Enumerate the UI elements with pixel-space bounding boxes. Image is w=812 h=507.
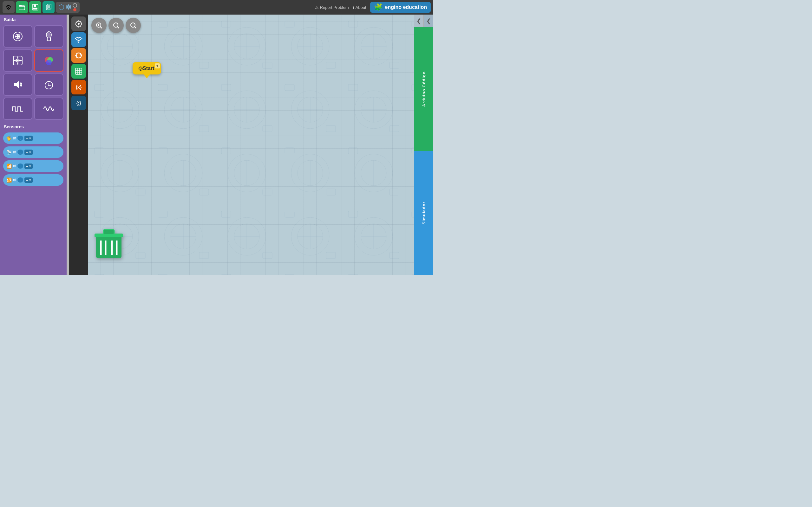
zoom-out-button[interactable] bbox=[125, 18, 141, 33]
svg-point-23 bbox=[17, 60, 18, 61]
block-rgb[interactable] bbox=[34, 49, 63, 72]
svg-rect-57 bbox=[96, 236, 121, 258]
svg-point-30 bbox=[46, 60, 52, 65]
mt-code-button[interactable]: {;} bbox=[71, 96, 86, 110]
start-plus-icon: + bbox=[155, 63, 160, 68]
main-layout: Saída bbox=[0, 14, 433, 275]
zoom-reset-button[interactable] bbox=[108, 18, 124, 33]
trash-button[interactable] bbox=[95, 228, 123, 266]
rotation-icon: 🔁 bbox=[6, 177, 12, 182]
sensors-section: 🖐 at ↓ -- ▾ 📡 at ↓ -- ▾ 📶 at ↓ -- ▾ 🔁 at… bbox=[0, 130, 67, 190]
sensor-at-3: at bbox=[13, 164, 16, 168]
svg-rect-0 bbox=[19, 6, 25, 10]
open-button[interactable] bbox=[16, 1, 28, 13]
report-problem-button[interactable]: ⚠ Report Problem bbox=[315, 5, 349, 10]
middle-toolbar: {x} {;} bbox=[69, 14, 88, 275]
sensor-down-1: ↓ bbox=[17, 135, 23, 141]
topbar-right: ⚠ Report Problem ℹ About 🧩 engino educat… bbox=[315, 2, 431, 13]
logo-text: engino education bbox=[385, 4, 427, 10]
svg-line-50 bbox=[100, 26, 102, 28]
right-arrow-left-1[interactable]: ❮ bbox=[414, 14, 424, 27]
bluetooth-button[interactable]: ⬡ bbox=[58, 3, 64, 11]
zoom-controls bbox=[91, 18, 141, 33]
about-button[interactable]: ℹ About bbox=[353, 5, 366, 10]
saida-title: Saída bbox=[0, 14, 67, 23]
sensor-down-3: ↓ bbox=[17, 164, 23, 169]
right-panel: ❮ ❮ Arduino Código Simulador bbox=[414, 14, 433, 275]
svg-marker-24 bbox=[17, 57, 19, 58]
panel-divider[interactable] bbox=[67, 14, 69, 275]
simulador-tab-label: Simulador bbox=[421, 202, 426, 225]
mt-settings-button[interactable] bbox=[71, 16, 86, 31]
svg-marker-31 bbox=[14, 81, 19, 89]
logo-icon: 🧩 bbox=[374, 3, 383, 11]
block-square-wave[interactable] bbox=[3, 98, 32, 120]
sensor-dd-1[interactable]: -- ▾ bbox=[24, 135, 33, 141]
sensor-dd-4[interactable]: -- ▾ bbox=[24, 177, 33, 183]
svg-marker-25 bbox=[17, 63, 19, 64]
svg-rect-1 bbox=[19, 5, 21, 6]
top-bar: ⚙ ⬡ ✽ bbox=[0, 0, 433, 14]
arduino-tab-label: Arduino Código bbox=[421, 71, 426, 107]
sensor-rfid[interactable]: 📡 at ↓ -- ▾ bbox=[3, 147, 63, 158]
block-joystick[interactable] bbox=[3, 49, 32, 72]
svg-point-11 bbox=[16, 35, 19, 38]
status-circle bbox=[72, 3, 77, 8]
status-dot-red bbox=[73, 8, 77, 11]
block-sine-wave[interactable] bbox=[34, 98, 63, 120]
sensor-rotation[interactable]: 🔁 at ↓ -- ▾ bbox=[3, 174, 63, 186]
sensor-dd-2[interactable]: -- ▾ bbox=[24, 150, 33, 155]
arduino-tab[interactable]: Arduino Código bbox=[414, 27, 433, 151]
svg-marker-41 bbox=[75, 54, 78, 57]
block-timer[interactable] bbox=[34, 73, 63, 96]
touch-icon: 🖐 bbox=[6, 135, 12, 141]
about-label: About bbox=[356, 5, 366, 10]
sensor-dd-3[interactable]: -- ▾ bbox=[24, 164, 33, 169]
sensor-touch[interactable]: 🖐 at ↓ -- ▾ bbox=[3, 132, 63, 144]
block-motor[interactable] bbox=[3, 25, 32, 48]
svg-line-53 bbox=[117, 26, 119, 28]
mt-table-button[interactable] bbox=[71, 64, 86, 78]
sensor-down-2: ↓ bbox=[17, 150, 23, 155]
zoom-in-button[interactable] bbox=[91, 18, 107, 33]
svg-marker-27 bbox=[20, 60, 21, 61]
logo-area: 🧩 engino education bbox=[370, 2, 431, 13]
svg-rect-3 bbox=[34, 4, 36, 7]
copy-button[interactable] bbox=[43, 1, 55, 13]
start-block[interactable]: + ◎Start bbox=[133, 62, 161, 74]
right-tabs: Arduino Código Simulador bbox=[414, 27, 433, 275]
mt-loop-button[interactable] bbox=[71, 48, 86, 63]
bluetooth-connected-icon: ✽ bbox=[66, 3, 71, 11]
save-button[interactable] bbox=[29, 1, 41, 13]
canvas-area[interactable]: + ◎Start bbox=[88, 14, 414, 275]
settings-button[interactable]: ⚙ bbox=[3, 1, 14, 13]
mt-wifi-button[interactable] bbox=[71, 32, 86, 47]
svg-point-14 bbox=[47, 32, 51, 38]
sensor-wifi[interactable]: 📶 at ↓ -- ▾ bbox=[3, 160, 63, 172]
simulador-tab[interactable]: Simulador bbox=[414, 151, 433, 275]
block-led[interactable] bbox=[34, 25, 63, 48]
topbar-left: ⚙ ⬡ ✽ bbox=[3, 1, 80, 13]
sensor-at-4: at bbox=[13, 178, 16, 182]
info-icon: ℹ bbox=[353, 5, 354, 10]
bluetooth-area: ⬡ ✽ bbox=[56, 2, 80, 13]
block-speaker[interactable] bbox=[3, 73, 32, 96]
svg-rect-4 bbox=[33, 8, 38, 9]
wifi-icon: 📶 bbox=[6, 164, 12, 169]
mt-variable-button[interactable]: {x} bbox=[71, 80, 86, 95]
start-block-label: ◎Start bbox=[138, 65, 154, 71]
sensor-at-1: at bbox=[13, 136, 16, 140]
svg-point-37 bbox=[48, 84, 49, 86]
sensores-title: Sensores bbox=[0, 122, 67, 130]
rfid-icon: 📡 bbox=[6, 150, 12, 155]
svg-point-38 bbox=[78, 23, 80, 25]
report-problem-label: Report Problem bbox=[320, 5, 349, 10]
right-top-arrows: ❮ ❮ bbox=[414, 14, 433, 27]
svg-point-39 bbox=[78, 42, 79, 43]
sensor-at-2: at bbox=[13, 150, 16, 154]
saida-blocks-grid bbox=[0, 23, 67, 122]
left-panel: Saída bbox=[0, 14, 67, 275]
sensor-down-4: ↓ bbox=[17, 177, 23, 182]
right-arrow-left-2[interactable]: ❮ bbox=[424, 14, 433, 27]
warning-icon: ⚠ bbox=[315, 5, 319, 10]
